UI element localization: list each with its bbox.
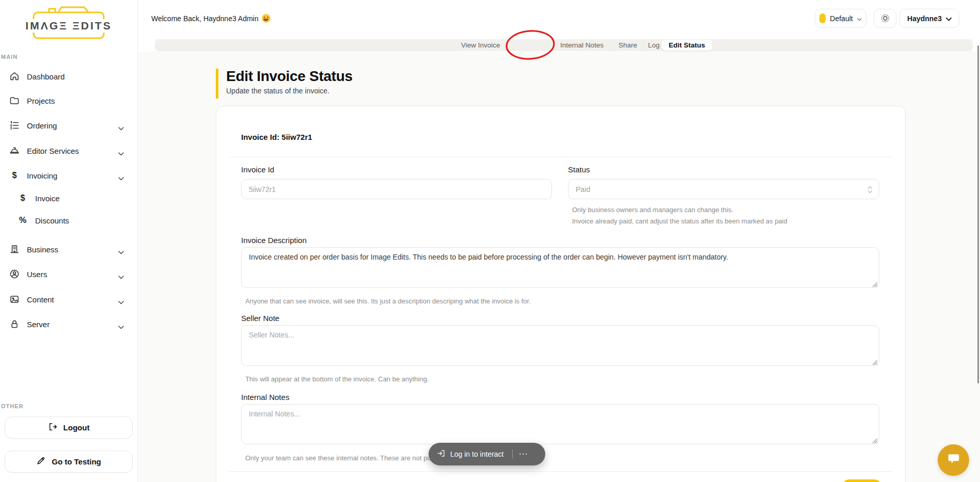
workspace-selector[interactable]: Default bbox=[815, 9, 866, 28]
edit-invoice-card: Invoice Id: 5iiw72r1 Invoice Id Status P… bbox=[216, 106, 906, 482]
sidebar-item-dashboard[interactable]: Dashboard bbox=[0, 66, 137, 87]
home-icon bbox=[9, 71, 20, 82]
chevron-down-icon bbox=[118, 149, 124, 152]
invoice-id-input[interactable] bbox=[241, 179, 552, 199]
chevron-up-down-icon bbox=[867, 186, 873, 195]
sidebar: IMΛGΞ ΞDITS MAIN Dashboard Projects Orde… bbox=[0, 0, 138, 482]
page-subtitle: Update the status of the invoice. bbox=[226, 87, 353, 95]
internal-notes-label: Internal Notes bbox=[241, 393, 289, 401]
tab-internal-notes[interactable]: Internal Notes bbox=[560, 39, 604, 51]
tab-view-invoice[interactable]: View Invoice bbox=[461, 39, 500, 51]
chevron-down-icon bbox=[946, 14, 952, 23]
chevron-down-icon bbox=[118, 247, 124, 251]
sidebar-item-projects[interactable]: Projects bbox=[0, 90, 137, 111]
workspace-label: Default bbox=[830, 14, 852, 23]
go-to-testing-button[interactable]: Go to Testing bbox=[5, 451, 133, 473]
sidebar-item-business[interactable]: Business bbox=[0, 239, 137, 260]
pencil-icon bbox=[36, 456, 45, 467]
scrollbar-thumb[interactable] bbox=[977, 45, 979, 383]
sidebar-item-label: Discounts bbox=[35, 216, 69, 225]
camera-logo-icon: IMΛGΞ ΞDITS bbox=[17, 3, 120, 47]
sidebar-item-label: Dashboard bbox=[27, 72, 65, 81]
seller-note-label: Seller Note bbox=[241, 314, 279, 323]
sidebar-item-users[interactable]: Users bbox=[0, 264, 137, 284]
sidebar-item-editor-services[interactable]: Editor Services bbox=[0, 140, 137, 161]
svg-text:IMΛGΞ ΞDITS: IMΛGΞ ΞDITS bbox=[25, 20, 112, 31]
invoice-tabs: View Invoice Edit Status Internal Notes … bbox=[155, 39, 973, 51]
sidebar-item-invoicing[interactable]: $ Invoicing bbox=[0, 165, 137, 186]
status-help-2: Invoice already paid, cant adjust the st… bbox=[572, 216, 787, 227]
save-button[interactable] bbox=[842, 479, 881, 482]
sidebar-item-label: Content bbox=[27, 295, 54, 304]
chevron-down-icon bbox=[118, 272, 124, 276]
sidebar-section-other: OTHER bbox=[1, 403, 24, 409]
invoice-description-help: Anyone that can see invoice, will see th… bbox=[245, 296, 531, 307]
workspace-color-icon bbox=[819, 13, 826, 23]
invoice-description-wrap: Invoice created on per order basis for I… bbox=[241, 247, 879, 288]
chat-bubble-icon bbox=[946, 452, 961, 469]
chat-widget-button[interactable] bbox=[938, 444, 969, 476]
internal-notes-wrap bbox=[241, 404, 879, 444]
username-label: Haydnne3 bbox=[907, 14, 942, 23]
status-select[interactable]: Paid bbox=[568, 179, 879, 199]
theme-toggle-button[interactable] bbox=[874, 9, 896, 28]
image-icon bbox=[9, 294, 20, 304]
overlay-divider bbox=[512, 449, 513, 459]
sidebar-section-main: MAIN bbox=[1, 54, 18, 60]
invoice-description-textarea[interactable]: Invoice created on per order basis for I… bbox=[241, 247, 879, 288]
percent-icon: % bbox=[18, 215, 28, 226]
sidebar-item-label: Ordering bbox=[27, 121, 57, 130]
page-title: Edit Invoice Status bbox=[226, 69, 353, 84]
lock-icon bbox=[9, 319, 20, 329]
welcome-message: Welcome Back, Haydnne3 Admin bbox=[151, 14, 271, 23]
sidebar-item-label: Invoice bbox=[35, 194, 60, 203]
status-help-1: Only business owners and managers can ch… bbox=[572, 204, 733, 215]
chevron-down-icon bbox=[857, 14, 862, 23]
dollar-icon: $ bbox=[18, 193, 28, 203]
seller-note-wrap bbox=[241, 325, 879, 366]
logo: IMΛGΞ ΞDITS bbox=[17, 3, 120, 47]
divider bbox=[229, 157, 892, 157]
invoice-id-heading: Invoice Id: 5iiw72r1 bbox=[241, 133, 312, 141]
seller-note-help: This will appear at the bottom of the in… bbox=[245, 374, 429, 384]
go-to-testing-label: Go to Testing bbox=[52, 457, 101, 466]
divider bbox=[229, 471, 892, 472]
login-icon bbox=[437, 449, 446, 459]
seller-note-textarea[interactable] bbox=[241, 325, 879, 366]
page-header: Edit Invoice Status Update the status of… bbox=[216, 69, 353, 99]
internal-notes-textarea[interactable] bbox=[241, 404, 879, 444]
internal-notes-help: Only your team can see these internal no… bbox=[245, 453, 431, 463]
sidebar-item-label: Editor Services bbox=[27, 147, 79, 155]
sidebar-item-label: Server bbox=[27, 320, 50, 329]
sidebar-item-ordering[interactable]: Ordering bbox=[0, 115, 137, 136]
folder-icon bbox=[9, 95, 20, 106]
user-circle-icon bbox=[9, 269, 20, 279]
hard-hat-icon bbox=[9, 146, 20, 156]
more-options-button[interactable]: ⋯ bbox=[519, 452, 528, 457]
chevron-down-icon bbox=[118, 123, 124, 127]
logout-label: Logout bbox=[64, 423, 90, 432]
login-overlay: Log in to interact ⋯ bbox=[429, 443, 545, 465]
sidebar-item-label: Invoicing bbox=[27, 171, 57, 180]
user-menu-button[interactable]: Haydnne3 bbox=[899, 9, 959, 28]
tab-log[interactable]: Log bbox=[648, 39, 660, 51]
sidebar-item-label: Business bbox=[27, 245, 58, 254]
tab-share[interactable]: Share bbox=[619, 39, 637, 51]
sidebar-item-label: Users bbox=[27, 270, 47, 279]
status-label: Status bbox=[568, 165, 590, 174]
chevron-down-icon bbox=[118, 297, 124, 301]
login-to-interact-button[interactable]: Log in to interact bbox=[437, 449, 504, 459]
logout-button[interactable]: Logout bbox=[5, 416, 133, 439]
building-icon bbox=[9, 244, 20, 254]
chevron-down-icon bbox=[118, 322, 124, 326]
sidebar-item-label: Projects bbox=[27, 97, 55, 105]
laughing-emoji bbox=[262, 14, 271, 23]
sidebar-item-discounts[interactable]: % Discounts bbox=[0, 210, 137, 231]
invoice-description-label: Invoice Description bbox=[241, 236, 307, 245]
ordered-list-icon bbox=[9, 120, 20, 131]
tab-edit-status[interactable]: Edit Status bbox=[661, 40, 713, 51]
sidebar-item-content[interactable]: Content bbox=[0, 289, 137, 310]
sidebar-item-invoice[interactable]: $ Invoice bbox=[0, 188, 137, 208]
sidebar-item-server[interactable]: Server bbox=[0, 314, 137, 334]
login-label: Log in to interact bbox=[450, 450, 504, 458]
